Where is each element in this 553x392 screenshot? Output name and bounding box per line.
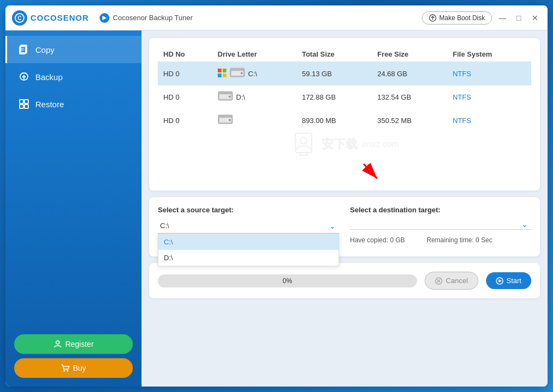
buy-button[interactable]: Buy bbox=[14, 358, 133, 378]
svg-rect-11 bbox=[24, 105, 28, 108]
backup-icon bbox=[18, 71, 30, 83]
drive-table-row[interactable]: HD 0 C:\59.13 GB24.68 GBNTFS bbox=[158, 62, 531, 86]
col-header-file-system: File System bbox=[447, 47, 531, 62]
minimize-button[interactable]: — bbox=[496, 12, 508, 24]
svg-point-25 bbox=[229, 96, 231, 98]
select-target-card: Select a source target: C:\ ⌄ C:\ D:\ bbox=[149, 197, 540, 256]
maximize-button[interactable]: □ bbox=[513, 12, 525, 24]
app-title: Cocosenor Backup Tuner bbox=[113, 14, 193, 22]
col-header-hd-no: HD No bbox=[158, 47, 212, 62]
drive-table-row[interactable]: HD 0 D:\172.88 GB132.54 GBNTFS bbox=[158, 85, 531, 109]
dest-col: Select a destination target: ⌄ Have copi… bbox=[350, 206, 531, 248]
progress-bar-wrap: 0% bbox=[158, 274, 417, 287]
svg-rect-18 bbox=[223, 74, 226, 77]
svg-rect-8 bbox=[20, 100, 23, 103]
app-icon bbox=[100, 13, 109, 23]
progress-card: 0% Cancel Start bbox=[149, 263, 540, 298]
svg-point-29 bbox=[229, 119, 231, 121]
dest-have-copied: Have copied: 0 GB bbox=[350, 236, 405, 244]
cell-drive-letter bbox=[212, 109, 297, 132]
cell-total-size: 172.88 GB bbox=[297, 85, 372, 109]
sidebar-footer: Register Buy bbox=[5, 326, 142, 387]
svg-rect-30 bbox=[218, 115, 232, 117]
content-area: HD No Drive Letter Total Size Free Size … bbox=[142, 30, 548, 387]
sidebar-item-copy[interactable]: Copy bbox=[5, 36, 142, 63]
source-option-d[interactable]: D:\ bbox=[158, 250, 339, 266]
cell-free-size: 350.52 MB bbox=[372, 109, 447, 132]
svg-text:C: C bbox=[17, 15, 21, 21]
main-area: Copy Backup bbox=[5, 30, 548, 387]
drive-table-card: HD No Drive Letter Total Size Free Size … bbox=[149, 38, 540, 191]
source-dropdown-arrow: ⌄ bbox=[329, 222, 336, 230]
svg-rect-26 bbox=[218, 91, 232, 94]
source-dropdown[interactable]: C:\ ⌄ C:\ D:\ bbox=[158, 218, 339, 234]
make-boot-disk-button[interactable]: Make Boot Disk bbox=[422, 11, 492, 24]
sidebar-copy-label: Copy bbox=[35, 45, 54, 54]
boot-icon bbox=[429, 14, 437, 22]
titlebar-controls: Make Boot Disk — □ ✕ bbox=[422, 11, 541, 24]
progress-label: 0% bbox=[282, 277, 292, 285]
restore-icon bbox=[18, 98, 30, 110]
svg-point-32 bbox=[300, 137, 307, 144]
logo-icon: C bbox=[12, 10, 27, 26]
drive-table: HD No Drive Letter Total Size Free Size … bbox=[158, 47, 531, 132]
dest-dropdown-btn[interactable] bbox=[350, 223, 531, 230]
col-header-free-size: Free Size bbox=[372, 47, 447, 62]
source-col: Select a source target: C:\ ⌄ C:\ D:\ bbox=[158, 206, 339, 248]
svg-rect-9 bbox=[24, 100, 28, 103]
source-dropdown-btn[interactable]: C:\ bbox=[158, 218, 339, 234]
svg-rect-17 bbox=[218, 74, 222, 77]
sidebar-item-backup[interactable]: Backup bbox=[5, 63, 142, 90]
dest-info: Have copied: 0 GB Remaining time: 0 Sec bbox=[350, 236, 531, 244]
hdd-icon bbox=[230, 68, 245, 80]
svg-rect-10 bbox=[20, 105, 23, 108]
svg-rect-31 bbox=[296, 133, 312, 152]
source-option-c[interactable]: C:\ bbox=[158, 234, 339, 250]
svg-rect-16 bbox=[223, 69, 226, 72]
svg-rect-15 bbox=[218, 69, 222, 72]
app-logo: C COCOSENOR bbox=[12, 10, 89, 26]
dest-remaining-time: Remaining time: 0 Sec bbox=[427, 236, 493, 244]
close-button[interactable]: ✕ bbox=[529, 12, 541, 24]
cell-hd-no: HD 0 bbox=[158, 62, 212, 86]
red-arrow bbox=[361, 161, 383, 185]
cart-icon bbox=[61, 364, 70, 372]
copy-icon bbox=[18, 44, 30, 56]
cell-free-size: 24.68 GB bbox=[372, 62, 447, 86]
sidebar: Copy Backup bbox=[5, 30, 142, 387]
cell-drive-letter: C:\ bbox=[212, 62, 297, 86]
svg-marker-39 bbox=[499, 279, 502, 283]
hdd-icon bbox=[218, 114, 233, 127]
sidebar-backup-label: Backup bbox=[35, 72, 63, 82]
cell-total-size: 893.00 MB bbox=[297, 109, 372, 132]
watermark: 安下载 anxz.com bbox=[290, 131, 399, 158]
source-current-value: C:\ bbox=[160, 222, 169, 230]
app-title-area: Cocosenor Backup Tuner bbox=[100, 13, 422, 23]
watermark-icon bbox=[290, 131, 317, 158]
cell-hd-no: HD 0 bbox=[158, 85, 212, 109]
select-row: Select a source target: C:\ ⌄ C:\ D:\ bbox=[158, 206, 531, 248]
logo-text: COCOSENOR bbox=[30, 13, 89, 22]
svg-point-14 bbox=[66, 370, 68, 372]
dest-label: Select a destination target: bbox=[350, 206, 531, 214]
cancel-button[interactable]: Cancel bbox=[425, 272, 478, 290]
cell-file-system: NTFS bbox=[447, 85, 531, 109]
drive-table-row[interactable]: HD 0 893.00 MB350.52 MBNTFS bbox=[158, 109, 531, 132]
register-button[interactable]: Register bbox=[14, 334, 133, 354]
svg-point-12 bbox=[56, 341, 59, 344]
dest-dropdown-arrow: ⌄ bbox=[521, 220, 528, 229]
dest-dropdown[interactable]: ⌄ bbox=[350, 218, 531, 230]
start-button[interactable]: Start bbox=[486, 272, 531, 289]
register-icon bbox=[53, 340, 62, 348]
start-icon bbox=[496, 277, 503, 285]
svg-point-21 bbox=[241, 72, 243, 75]
cell-drive-letter: D:\ bbox=[212, 85, 297, 109]
hdd-icon bbox=[218, 91, 233, 103]
svg-rect-22 bbox=[230, 68, 244, 70]
sidebar-item-restore[interactable]: Restore bbox=[5, 90, 142, 118]
col-header-total-size: Total Size bbox=[297, 47, 372, 62]
cancel-icon bbox=[435, 277, 443, 285]
source-dropdown-list[interactable]: C:\ D:\ bbox=[158, 234, 339, 266]
cell-file-system: NTFS bbox=[447, 109, 531, 132]
svg-point-13 bbox=[63, 370, 65, 372]
